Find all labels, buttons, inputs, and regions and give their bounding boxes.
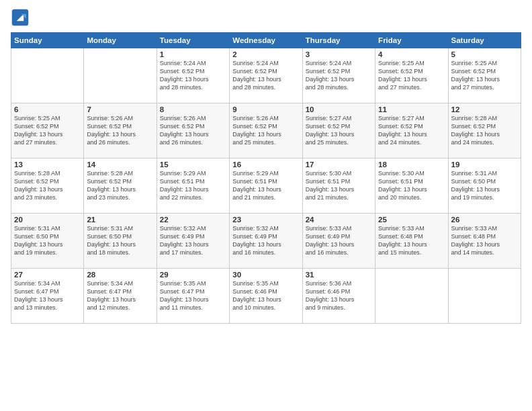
calendar-day-header: Monday [84,33,157,48]
calendar-cell: 12Sunrise: 5:28 AM Sunset: 6:52 PM Dayli… [448,103,521,158]
calendar-cell: 1Sunrise: 5:24 AM Sunset: 6:52 PM Daylig… [157,48,229,103]
calendar-cell [84,48,157,103]
calendar-cell: 11Sunrise: 5:27 AM Sunset: 6:52 PM Dayli… [375,103,448,158]
day-number: 18 [378,161,445,169]
calendar-cell [448,269,521,324]
calendar-cell: 17Sunrise: 5:30 AM Sunset: 6:51 PM Dayli… [302,158,375,214]
day-number: 13 [14,161,81,169]
day-info: Sunrise: 5:34 AM Sunset: 6:47 PM Dayligh… [14,279,81,312]
calendar-cell: 22Sunrise: 5:32 AM Sunset: 6:49 PM Dayli… [157,214,229,269]
day-info: Sunrise: 5:31 AM Sunset: 6:50 PM Dayligh… [14,224,81,257]
calendar-cell: 30Sunrise: 5:35 AM Sunset: 6:46 PM Dayli… [230,269,302,324]
day-info: Sunrise: 5:30 AM Sunset: 6:51 PM Dayligh… [378,169,445,202]
logo [11,8,32,27]
day-number: 21 [87,216,153,224]
day-info: Sunrise: 5:26 AM Sunset: 6:52 PM Dayligh… [87,114,153,147]
day-number: 19 [451,161,518,169]
day-info: Sunrise: 5:25 AM Sunset: 6:52 PM Dayligh… [451,59,518,92]
day-number: 14 [87,161,153,169]
calendar-cell: 3Sunrise: 5:24 AM Sunset: 6:52 PM Daylig… [302,48,375,103]
calendar-day-header: Friday [375,33,448,48]
day-number: 6 [14,105,81,113]
day-info: Sunrise: 5:32 AM Sunset: 6:49 PM Dayligh… [160,224,226,257]
day-info: Sunrise: 5:34 AM Sunset: 6:47 PM Dayligh… [87,279,153,312]
day-number: 9 [232,105,299,113]
calendar-week-row: 20Sunrise: 5:31 AM Sunset: 6:50 PM Dayli… [11,214,521,269]
day-number: 28 [87,271,153,279]
calendar-cell: 4Sunrise: 5:25 AM Sunset: 6:52 PM Daylig… [375,48,448,103]
day-number: 12 [451,105,518,113]
calendar-cell: 16Sunrise: 5:29 AM Sunset: 6:51 PM Dayli… [230,158,302,214]
day-number: 2 [232,50,299,58]
day-info: Sunrise: 5:24 AM Sunset: 6:52 PM Dayligh… [232,59,299,92]
day-number: 7 [87,105,153,113]
calendar-cell: 14Sunrise: 5:28 AM Sunset: 6:52 PM Dayli… [84,158,157,214]
calendar-week-row: 27Sunrise: 5:34 AM Sunset: 6:47 PM Dayli… [11,269,521,324]
day-number: 8 [160,105,226,113]
day-number: 24 [306,216,372,224]
calendar-cell: 20Sunrise: 5:31 AM Sunset: 6:50 PM Dayli… [11,214,84,269]
day-number: 15 [160,161,226,169]
day-info: Sunrise: 5:30 AM Sunset: 6:51 PM Dayligh… [306,169,372,202]
day-info: Sunrise: 5:33 AM Sunset: 6:48 PM Dayligh… [451,224,518,257]
day-number: 11 [378,105,445,113]
page: SundayMondayTuesdayWednesdayThursdayFrid… [0,0,532,411]
day-info: Sunrise: 5:35 AM Sunset: 6:46 PM Dayligh… [232,279,299,312]
calendar-cell [375,269,448,324]
calendar-day-header: Thursday [302,33,375,48]
day-number: 30 [232,271,299,279]
day-info: Sunrise: 5:26 AM Sunset: 6:52 PM Dayligh… [160,114,226,147]
day-info: Sunrise: 5:32 AM Sunset: 6:49 PM Dayligh… [232,224,299,257]
calendar-week-row: 6Sunrise: 5:25 AM Sunset: 6:52 PM Daylig… [11,103,521,158]
calendar-cell: 9Sunrise: 5:26 AM Sunset: 6:52 PM Daylig… [230,103,302,158]
day-info: Sunrise: 5:27 AM Sunset: 6:52 PM Dayligh… [306,114,372,147]
day-number: 5 [451,50,518,58]
day-number: 10 [306,105,372,113]
calendar-week-row: 1Sunrise: 5:24 AM Sunset: 6:52 PM Daylig… [11,48,521,103]
day-number: 23 [232,216,299,224]
calendar-header-row: SundayMondayTuesdayWednesdayThursdayFrid… [11,33,521,48]
day-number: 4 [378,50,445,58]
calendar-cell: 19Sunrise: 5:31 AM Sunset: 6:50 PM Dayli… [448,158,521,214]
day-number: 17 [306,161,372,169]
calendar-cell: 28Sunrise: 5:34 AM Sunset: 6:47 PM Dayli… [84,269,157,324]
calendar-cell: 13Sunrise: 5:28 AM Sunset: 6:52 PM Dayli… [11,158,84,214]
day-info: Sunrise: 5:33 AM Sunset: 6:49 PM Dayligh… [306,224,372,257]
day-info: Sunrise: 5:28 AM Sunset: 6:52 PM Dayligh… [451,114,518,147]
day-number: 26 [451,216,518,224]
calendar-cell: 29Sunrise: 5:35 AM Sunset: 6:47 PM Dayli… [157,269,229,324]
day-number: 27 [14,271,81,279]
calendar-day-header: Saturday [448,33,521,48]
calendar-day-header: Sunday [11,33,84,48]
calendar-day-header: Wednesday [230,33,302,48]
day-info: Sunrise: 5:27 AM Sunset: 6:52 PM Dayligh… [378,114,445,147]
day-info: Sunrise: 5:25 AM Sunset: 6:52 PM Dayligh… [14,114,81,147]
calendar-cell: 25Sunrise: 5:33 AM Sunset: 6:48 PM Dayli… [375,214,448,269]
day-info: Sunrise: 5:25 AM Sunset: 6:52 PM Dayligh… [378,59,445,92]
day-info: Sunrise: 5:24 AM Sunset: 6:52 PM Dayligh… [306,59,372,92]
calendar-cell: 15Sunrise: 5:29 AM Sunset: 6:51 PM Dayli… [157,158,229,214]
day-info: Sunrise: 5:35 AM Sunset: 6:47 PM Dayligh… [160,279,226,312]
day-info: Sunrise: 5:29 AM Sunset: 6:51 PM Dayligh… [232,169,299,202]
calendar-cell [11,48,84,103]
day-info: Sunrise: 5:31 AM Sunset: 6:50 PM Dayligh… [451,169,518,202]
day-info: Sunrise: 5:31 AM Sunset: 6:50 PM Dayligh… [87,224,153,257]
calendar-cell: 26Sunrise: 5:33 AM Sunset: 6:48 PM Dayli… [448,214,521,269]
day-info: Sunrise: 5:28 AM Sunset: 6:52 PM Dayligh… [14,169,81,202]
day-number: 29 [160,271,226,279]
calendar-cell: 27Sunrise: 5:34 AM Sunset: 6:47 PM Dayli… [11,269,84,324]
calendar-day-header: Tuesday [157,33,229,48]
calendar-cell: 6Sunrise: 5:25 AM Sunset: 6:52 PM Daylig… [11,103,84,158]
day-info: Sunrise: 5:24 AM Sunset: 6:52 PM Dayligh… [160,59,226,92]
day-number: 3 [306,50,372,58]
calendar-cell: 10Sunrise: 5:27 AM Sunset: 6:52 PM Dayli… [302,103,375,158]
calendar-cell: 2Sunrise: 5:24 AM Sunset: 6:52 PM Daylig… [230,48,302,103]
calendar-week-row: 13Sunrise: 5:28 AM Sunset: 6:52 PM Dayli… [11,158,521,214]
calendar-cell: 7Sunrise: 5:26 AM Sunset: 6:52 PM Daylig… [84,103,157,158]
calendar-cell: 18Sunrise: 5:30 AM Sunset: 6:51 PM Dayli… [375,158,448,214]
calendar-cell: 31Sunrise: 5:36 AM Sunset: 6:46 PM Dayli… [302,269,375,324]
day-number: 16 [232,161,299,169]
header [11,8,521,27]
day-number: 25 [378,216,445,224]
day-info: Sunrise: 5:36 AM Sunset: 6:46 PM Dayligh… [306,279,372,312]
